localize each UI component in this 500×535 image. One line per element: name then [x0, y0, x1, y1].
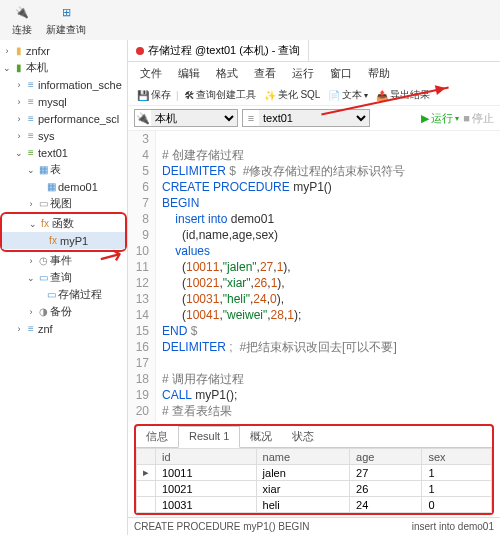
new-query-icon: ⊞	[56, 4, 76, 22]
database-select-field[interactable]: text01	[259, 110, 369, 126]
result-tab-profile[interactable]: 概况	[240, 426, 282, 447]
plug-icon: ▮	[12, 62, 26, 73]
export-icon: 📤	[376, 90, 388, 101]
result-tab-info[interactable]: 信息	[136, 426, 178, 447]
beautify-button[interactable]: ✨美化 SQL	[261, 87, 324, 103]
table-icon: ▦	[36, 164, 50, 175]
tree-events[interactable]: ›◷事件	[0, 252, 127, 269]
navigation-tree: ›▮znfxr ⌄▮本机 ›≡information_sche ›≡mysql …	[0, 40, 128, 535]
tree-table-demo01[interactable]: ▦demo01	[0, 178, 127, 195]
tree-db-sys[interactable]: ›≡sys	[0, 127, 127, 144]
stop-button[interactable]: ■停止	[463, 111, 494, 126]
table-header: idnameagesex	[137, 449, 492, 465]
db-icon: ≡	[243, 112, 259, 124]
menu-window[interactable]: 窗口	[324, 65, 358, 82]
export-button[interactable]: 📤导出结果	[373, 87, 433, 103]
save-button[interactable]: 💾保存	[134, 87, 174, 103]
connection-select[interactable]: 🔌 本机	[134, 109, 238, 127]
db-icon: ≡	[24, 323, 38, 334]
new-query-button[interactable]: ⊞ 新建查询	[42, 2, 90, 39]
tree-db-mysql[interactable]: ›≡mysql	[0, 93, 127, 110]
table-row[interactable]: 10031heli240	[137, 497, 492, 513]
tree-db-znf[interactable]: ›≡znf	[0, 320, 127, 337]
editor-tab-title: 存储过程 @text01 (本机) - 查询	[148, 43, 300, 58]
view-icon: ▭	[36, 198, 50, 209]
db-icon: ≡	[24, 130, 38, 141]
editor-tab[interactable]: 存储过程 @text01 (本机) - 查询	[128, 40, 309, 61]
tree-folder-znfxr[interactable]: ›▮znfxr	[0, 42, 127, 59]
query-icon: ▭	[36, 272, 50, 283]
database-select[interactable]: ≡ text01	[242, 109, 370, 127]
menu-file[interactable]: 文件	[134, 65, 168, 82]
db-icon: ≡	[24, 96, 38, 107]
connect-label: 连接	[12, 23, 32, 37]
result-tab-result1[interactable]: Result 1	[178, 426, 240, 448]
plug-icon: 🔌	[12, 4, 32, 22]
function-icon: fx	[46, 235, 60, 246]
result-grid[interactable]: idnameagesex ▸10011jalen271 10021xiar261…	[136, 448, 492, 513]
function-icon: fx	[38, 218, 52, 229]
results-panel: 信息 Result 1 概况 状态 idnameagesex ▸10011jal…	[134, 424, 494, 515]
menu-bar: 文件 编辑 格式 查看 运行 窗口 帮助	[128, 62, 500, 85]
tree-tables[interactable]: ⌄▦表	[0, 161, 127, 178]
connection-select-field[interactable]: 本机	[151, 110, 237, 126]
status-left: CREATE PROCEDURE myP1() BEGIN	[134, 521, 309, 532]
db-icon: ≡	[24, 79, 38, 90]
tree-db-information-schema[interactable]: ›≡information_sche	[0, 76, 127, 93]
tree-query-storedproc[interactable]: ▭存储过程	[0, 286, 127, 303]
wrench-icon: 🛠	[184, 90, 194, 101]
folder-icon: ▮	[12, 45, 26, 56]
db-icon: ≡	[24, 113, 38, 124]
table-icon: ▦	[44, 181, 58, 192]
tree-db-text01[interactable]: ⌄≡text01	[0, 144, 127, 161]
db-icon: ≡	[24, 147, 38, 158]
doc-icon: 📄	[328, 90, 340, 101]
text-button[interactable]: 📄文本▾	[325, 87, 371, 103]
tree-function-myp1[interactable]: fxmyP1	[2, 232, 125, 249]
status-right: insert into demo01	[412, 521, 494, 532]
menu-view[interactable]: 查看	[248, 65, 282, 82]
status-bar: CREATE PROCEDURE myP1() BEGIN insert int…	[128, 517, 500, 535]
table-row[interactable]: 10021xiar261	[137, 481, 492, 497]
tree-functions[interactable]: ⌄fx函数	[2, 215, 125, 232]
table-row[interactable]: ▸10011jalen271	[137, 465, 492, 481]
menu-format[interactable]: 格式	[210, 65, 244, 82]
connect-button[interactable]: 🔌 连接	[8, 2, 36, 39]
query-builder-button[interactable]: 🛠查询创建工具	[181, 87, 259, 103]
tree-queries[interactable]: ⌄▭查询	[0, 269, 127, 286]
tree-backup[interactable]: ›◑备份	[0, 303, 127, 320]
line-gutter: 34567891011121314151617181920	[128, 131, 156, 422]
sql-editor[interactable]: 34567891011121314151617181920 # 创建存储过程 D…	[128, 131, 500, 422]
menu-run[interactable]: 运行	[286, 65, 320, 82]
menu-help[interactable]: 帮助	[362, 65, 396, 82]
modified-dot-icon	[136, 47, 144, 55]
run-button[interactable]: ▶运行▾	[421, 111, 459, 126]
event-icon: ◷	[36, 255, 50, 266]
new-query-label: 新建查询	[46, 23, 86, 37]
query-icon: ▭	[44, 289, 58, 300]
play-icon: ▶	[421, 112, 429, 125]
code-content: # 创建存储过程 DELIMITER $ #修改存储过程的结束标识符号 CREA…	[156, 131, 500, 422]
sparkle-icon: ✨	[264, 90, 276, 101]
tree-conn-local[interactable]: ⌄▮本机	[0, 59, 127, 76]
result-tab-status[interactable]: 状态	[282, 426, 324, 447]
tree-views[interactable]: ›▭视图	[0, 195, 127, 212]
backup-icon: ◑	[36, 306, 50, 317]
save-icon: 💾	[137, 90, 149, 101]
tree-db-performance-schema[interactable]: ›≡performance_scl	[0, 110, 127, 127]
stop-icon: ■	[463, 112, 470, 124]
plug-icon: 🔌	[135, 112, 151, 125]
menu-edit[interactable]: 编辑	[172, 65, 206, 82]
